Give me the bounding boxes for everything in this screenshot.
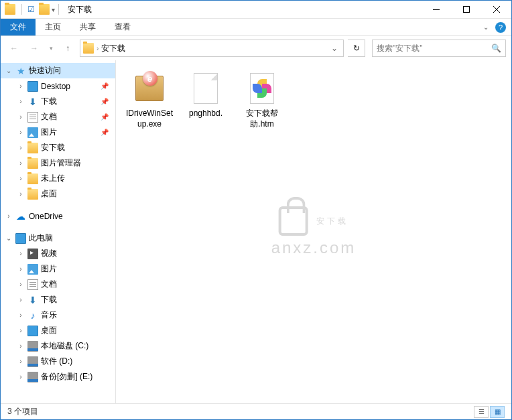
sidebar-item[interactable]: ›图片📌 xyxy=(1,125,115,140)
file-label: pnghhbd. xyxy=(189,109,222,119)
details-view-button[interactable]: ☰ xyxy=(474,406,489,418)
sidebar-item[interactable]: ›⬇下载 xyxy=(1,292,115,307)
pc-icon xyxy=(15,233,26,244)
chevron-right-icon[interactable]: › xyxy=(5,212,13,220)
sidebar-item-label: 图片 xyxy=(41,263,57,275)
file-item[interactable]: eIDriveWinSetup.exe xyxy=(123,70,176,132)
help-icon[interactable]: ? xyxy=(495,22,506,33)
nav-row: ← → ▾ ↑ › 安下载 ⌄ ↻ 🔍 xyxy=(1,36,511,60)
breadcrumb-current[interactable]: 安下载 xyxy=(101,43,125,54)
sidebar-item-label: 图片 xyxy=(41,127,57,138)
sidebar-item[interactable]: ›桌面 xyxy=(1,186,115,202)
sidebar-item[interactable]: ›图片 xyxy=(1,261,115,277)
sidebar-item[interactable]: ›♪音乐 xyxy=(1,307,115,323)
body-area: ⌄ ★ 快速访问 ›Desktop📌›⬇下载📌›文档📌›图片📌›安下载›图片管理… xyxy=(1,60,511,403)
sidebar-item-label: OneDrive xyxy=(29,212,63,221)
sidebar-item-label: 下载 xyxy=(41,96,57,107)
sidebar-item[interactable]: ›⬇下载📌 xyxy=(1,94,115,109)
onedrive-icon: ☁ xyxy=(15,211,26,222)
watermark: 安下载 anxz.com xyxy=(271,206,357,257)
sidebar-onedrive[interactable]: › ☁ OneDrive xyxy=(1,208,115,224)
sidebar-item-label: 未上传 xyxy=(41,173,65,184)
sidebar-item[interactable]: ›本地磁盘 (C:) xyxy=(1,338,115,354)
icons-view-button[interactable]: ▦ xyxy=(490,406,505,418)
up-button[interactable]: ↑ xyxy=(60,40,76,56)
content-pane[interactable]: 安下载 anxz.com eIDriveWinSetup.exepnghhbd.… xyxy=(116,60,511,403)
file-item[interactable]: 安下载帮助.htm xyxy=(235,70,289,132)
sidebar-item-label: 安下载 xyxy=(41,142,65,153)
tab-share[interactable]: 共享 xyxy=(70,19,105,36)
docs-icon xyxy=(27,112,38,123)
folder-icon xyxy=(27,143,38,153)
sidebar-quick-access[interactable]: ⌄ ★ 快速访问 xyxy=(1,63,115,78)
sidebar-item-label: 软件 (D:) xyxy=(41,356,72,367)
statusbar: 3 个项目 ☰ ▦ xyxy=(1,403,511,419)
sidebar-item-label: 备份[勿删] (E:) xyxy=(41,371,92,382)
music-icon: ♪ xyxy=(27,310,38,321)
star-icon: ★ xyxy=(15,66,26,76)
window-controls xyxy=(421,1,511,19)
sidebar-item[interactable]: ›桌面 xyxy=(1,323,115,338)
breadcrumb[interactable]: › 安下载 ⌄ xyxy=(80,40,344,57)
pics-icon xyxy=(27,127,38,138)
drive-icon xyxy=(27,372,38,382)
back-button[interactable]: ← xyxy=(6,40,22,56)
forward-button[interactable]: → xyxy=(26,40,42,56)
downloads-icon: ⬇ xyxy=(27,96,38,107)
sidebar-item-label: 文档 xyxy=(41,279,57,290)
breadcrumb-dropdown-icon[interactable]: ⌄ xyxy=(328,44,340,53)
video-icon xyxy=(27,249,38,259)
window-title: 安下载 xyxy=(68,4,92,15)
chevron-down-icon[interactable]: ⌄ xyxy=(5,67,13,74)
tab-home[interactable]: 主页 xyxy=(36,19,70,36)
pin-icon: 📌 xyxy=(101,82,109,90)
search-icon[interactable]: 🔍 xyxy=(491,44,501,53)
tab-view[interactable]: 查看 xyxy=(105,19,140,36)
sidebar-item[interactable]: ›备份[勿删] (E:) xyxy=(1,369,115,384)
maximize-button[interactable] xyxy=(451,1,481,19)
breadcrumb-separator[interactable]: › xyxy=(97,45,99,52)
search-box[interactable]: 🔍 xyxy=(372,40,506,57)
sidebar-item[interactable]: ›软件 (D:) xyxy=(1,354,115,369)
ribbon-tabs: 文件 主页 共享 查看 ⌄ ? xyxy=(1,19,511,36)
ribbon-expand-icon[interactable]: ⌄ xyxy=(483,23,489,31)
folder-icon xyxy=(27,189,38,200)
sidebar-item-label: 本地磁盘 (C:) xyxy=(41,340,88,352)
breadcrumb-folder-icon xyxy=(83,43,94,54)
qat-dropdown-icon[interactable]: ▾ xyxy=(52,6,55,13)
search-input[interactable] xyxy=(377,44,491,53)
desktop-icon xyxy=(27,81,38,92)
drive-icon xyxy=(27,341,38,352)
qat-properties-icon[interactable]: ☑ xyxy=(27,5,35,14)
minimize-button[interactable] xyxy=(421,1,451,19)
sidebar-item-label: 桌面 xyxy=(41,188,57,200)
sidebar-item-label: 音乐 xyxy=(41,309,57,321)
sidebar-item-label: 图片管理器 xyxy=(41,157,81,169)
folder-icon xyxy=(27,173,38,184)
sidebar-item[interactable]: ›文档 xyxy=(1,277,115,292)
sidebar-item[interactable]: ›未上传 xyxy=(1,171,115,186)
qat-newfolder-icon[interactable] xyxy=(39,4,50,15)
sidebar-item-label: 下载 xyxy=(41,294,57,305)
sidebar-item[interactable]: ›图片管理器 xyxy=(1,155,115,171)
sidebar-item-label: 此电脑 xyxy=(29,232,53,244)
sidebar-item-label: 文档 xyxy=(41,111,57,123)
svg-rect-1 xyxy=(463,7,469,13)
refresh-button[interactable]: ↻ xyxy=(348,40,365,57)
sidebar-item[interactable]: ›安下载 xyxy=(1,140,115,155)
exe-icon: e xyxy=(135,76,164,101)
chevron-down-icon[interactable]: ⌄ xyxy=(5,234,13,242)
docs-icon xyxy=(27,279,38,290)
file-item[interactable]: pnghhbd. xyxy=(179,70,233,132)
close-button[interactable] xyxy=(481,1,511,19)
sidebar-item[interactable]: ›视频 xyxy=(1,246,115,261)
svg-rect-0 xyxy=(433,9,440,10)
sidebar-item[interactable]: ›Desktop📌 xyxy=(1,78,115,94)
file-label: 安下载帮助.htm xyxy=(238,109,286,129)
sidebar-this-pc[interactable]: ⌄ 此电脑 xyxy=(1,230,115,246)
history-dropdown-icon[interactable]: ▾ xyxy=(46,40,56,56)
folder-icon xyxy=(27,158,38,169)
sidebar: ⌄ ★ 快速访问 ›Desktop📌›⬇下载📌›文档📌›图片📌›安下载›图片管理… xyxy=(1,60,116,403)
tab-file[interactable]: 文件 xyxy=(1,19,36,36)
sidebar-item[interactable]: ›文档📌 xyxy=(1,109,115,125)
